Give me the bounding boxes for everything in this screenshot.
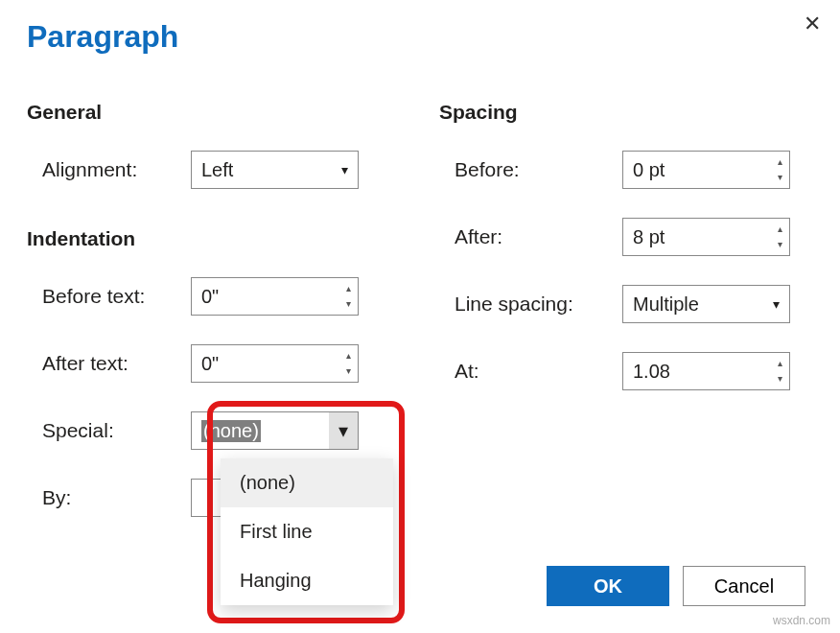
at-value: 1.08 [623,353,770,389]
after-spinner-controls: ▴ ▾ [770,219,789,255]
before-text-label: Before text: [42,285,191,308]
watermark: wsxdn.com [773,614,830,627]
line-spacing-value: Multiple [633,293,699,316]
dialog-title: Paragraph [27,19,813,55]
field-special: Special: (none) ▾ [27,411,401,450]
spinner-down-icon[interactable]: ▾ [338,296,358,312]
line-spacing-label: Line spacing: [455,293,622,316]
special-option-hanging[interactable]: Hanging [221,556,393,605]
alignment-value: Left [201,159,233,181]
cancel-button[interactable]: Cancel [683,566,805,606]
before-text-value: 0" [192,278,338,315]
special-dropdown-popup: (none) First line Hanging [221,458,393,605]
after-text-value: 0" [192,345,338,382]
close-icon: ✕ [804,12,821,35]
alignment-combo[interactable]: Left ▾ [191,151,359,189]
spinner-up-icon[interactable]: ▴ [770,356,789,371]
ok-button[interactable]: OK [547,566,669,606]
by-label: By: [42,486,191,509]
line-spacing-combo[interactable]: Multiple ▾ [622,285,790,323]
field-alignment: Alignment: Left ▾ [27,151,401,189]
right-column: Spacing Before: 0 pt ▴ ▾ After: 8 pt ▴ ▾ [439,101,813,546]
before-label: Before: [455,158,622,181]
special-value: (none) [201,420,261,442]
spinner-up-icon[interactable]: ▴ [338,348,358,363]
section-spacing-header: Spacing [439,101,813,124]
special-option-none[interactable]: (none) [221,458,393,507]
section-general-header: General [27,101,401,124]
spinner-down-icon[interactable]: ▾ [770,170,789,185]
at-spinner[interactable]: 1.08 ▴ ▾ [622,352,790,390]
spinner-up-icon[interactable]: ▴ [770,154,789,170]
after-text-spinner-controls: ▴ ▾ [338,345,358,382]
spinner-up-icon[interactable]: ▴ [770,222,789,237]
field-after-spacing: After: 8 pt ▴ ▾ [439,218,813,256]
before-text-spinner-controls: ▴ ▾ [338,278,358,315]
at-label: At: [455,360,622,383]
at-spinner-controls: ▴ ▾ [770,353,789,389]
after-spinner[interactable]: 8 pt ▴ ▾ [622,218,790,256]
dialog-footer: OK Cancel [547,566,805,606]
before-spinner-controls: ▴ ▾ [770,152,789,188]
field-line-spacing: Line spacing: Multiple ▾ [439,285,813,323]
spinner-down-icon[interactable]: ▾ [338,363,358,379]
chevron-down-icon: ▾ [773,296,780,312]
close-button[interactable]: ✕ [804,12,821,36]
after-text-spinner[interactable]: 0" ▴ ▾ [191,344,359,383]
chevron-down-icon: ▾ [329,412,358,449]
special-label: Special: [42,419,191,442]
chevron-down-icon: ▾ [341,162,348,177]
section-indentation-header: Indentation [27,227,401,250]
special-combo[interactable]: (none) ▾ [191,411,359,450]
field-at: At: 1.08 ▴ ▾ [439,352,813,390]
spinner-down-icon[interactable]: ▾ [770,371,789,387]
dialog-body: General Alignment: Left ▾ Indentation Be… [27,101,813,546]
alignment-label: Alignment: [42,158,191,181]
before-spinner[interactable]: 0 pt ▴ ▾ [622,151,790,189]
after-value: 8 pt [623,219,770,255]
spinner-up-icon[interactable]: ▴ [338,281,358,296]
after-text-label: After text: [42,352,191,375]
field-after-text: After text: 0" ▴ ▾ [27,344,401,383]
after-label: After: [455,225,622,248]
field-before-spacing: Before: 0 pt ▴ ▾ [439,151,813,189]
special-option-first-line[interactable]: First line [221,507,393,556]
spinner-down-icon[interactable]: ▾ [770,237,789,252]
field-before-text: Before text: 0" ▴ ▾ [27,277,401,316]
before-value: 0 pt [623,152,770,188]
before-text-spinner[interactable]: 0" ▴ ▾ [191,277,359,316]
